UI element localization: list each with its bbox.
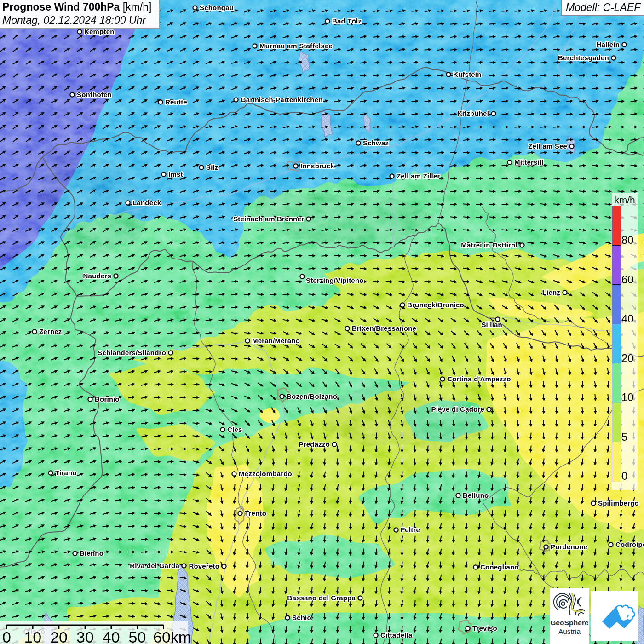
svg-text:Conegliano: Conegliano xyxy=(480,563,519,571)
svg-text:Schio: Schio xyxy=(292,614,311,621)
svg-text:Bassano del Grappa: Bassano del Grappa xyxy=(287,594,356,602)
svg-text:Belluno: Belluno xyxy=(463,491,489,499)
svg-text:0: 0 xyxy=(2,628,11,644)
svg-text:Garmisch-Partenkirchen: Garmisch-Partenkirchen xyxy=(241,96,323,104)
svg-text:Zell am Ziller: Zell am Ziller xyxy=(397,172,440,180)
svg-text:Kitzbühel: Kitzbühel xyxy=(457,109,489,117)
svg-text:Cittadella: Cittadella xyxy=(380,631,413,639)
svg-text:Meran/Merano: Meran/Merano xyxy=(252,337,300,345)
svg-text:Cles: Cles xyxy=(227,426,242,433)
svg-text:Berchtesgaden: Berchtesgaden xyxy=(558,54,609,62)
svg-text:Predazzo: Predazzo xyxy=(299,440,330,448)
svg-text:Rovereto: Rovereto xyxy=(189,562,219,570)
svg-text:Landeck: Landeck xyxy=(132,199,161,207)
svg-text:Sonthofen: Sonthofen xyxy=(77,91,112,98)
svg-text:Codroipo: Codroipo xyxy=(615,540,644,548)
svg-text:Murnau am Staffelsee: Murnau am Staffelsee xyxy=(259,42,333,50)
svg-text:Trento: Trento xyxy=(245,509,266,517)
svg-text:40: 40 xyxy=(103,628,120,644)
svg-text:Zernez: Zernez xyxy=(39,328,62,335)
svg-text:Bienno: Bienno xyxy=(80,549,104,557)
svg-text:Mezzolombardo: Mezzolombardo xyxy=(239,470,292,477)
svg-text:Innsbruck: Innsbruck xyxy=(300,162,334,170)
svg-text:Bormio: Bormio xyxy=(95,395,120,403)
svg-text:Schlanders/Silandro: Schlanders/Silandro xyxy=(98,349,166,356)
svg-text:30: 30 xyxy=(76,628,94,644)
svg-text:Sillian: Sillian xyxy=(481,321,502,328)
svg-text:Bozen/Bolzano: Bozen/Bolzano xyxy=(287,392,337,400)
svg-text:Pieve di Cadore: Pieve di Cadore xyxy=(431,405,484,413)
svg-text:Feltre: Feltre xyxy=(401,526,420,534)
svg-text:Steinach am Brenner: Steinach am Brenner xyxy=(233,215,304,223)
svg-text:Cortina d'Ampezzo: Cortina d'Ampezzo xyxy=(447,375,511,383)
svg-text:Mittersill: Mittersill xyxy=(514,158,544,166)
svg-text:Kempten: Kempten xyxy=(84,28,115,35)
svg-text:Riva del Garda: Riva del Garda xyxy=(130,562,179,569)
svg-text:Pordenone: Pordenone xyxy=(551,543,587,551)
svg-text:Zell am See: Zell am See xyxy=(528,142,567,150)
svg-text:Tirano: Tirano xyxy=(55,469,77,477)
svg-text:Matrei in Osttirol: Matrei in Osttirol xyxy=(461,241,518,249)
svg-text:20: 20 xyxy=(50,628,68,644)
svg-text:Hallein: Hallein xyxy=(596,40,620,48)
svg-text:Schongau: Schongau xyxy=(200,4,234,12)
svg-text:Sterzing/Vipiteno: Sterzing/Vipiteno xyxy=(306,276,364,284)
svg-text:Spilimbergo: Spilimbergo xyxy=(598,499,639,507)
svg-text:Treviso: Treviso xyxy=(472,624,497,632)
svg-text:10: 10 xyxy=(24,628,41,644)
svg-text:Bad Tölz: Bad Tölz xyxy=(332,17,362,25)
svg-text:Silz: Silz xyxy=(206,163,218,171)
svg-text:Nauders: Nauders xyxy=(83,272,111,280)
svg-text:Schwaz: Schwaz xyxy=(363,139,389,147)
svg-text:50: 50 xyxy=(129,628,146,644)
svg-text:Kufstein: Kufstein xyxy=(453,70,482,78)
svg-text:Bruneck/Brunico: Bruneck/Brunico xyxy=(407,301,464,309)
svg-text:Brixen/Bressanone: Brixen/Bressanone xyxy=(352,324,416,332)
svg-text:Reutte: Reutte xyxy=(165,98,187,106)
svg-text:Imst: Imst xyxy=(168,170,183,178)
svg-text:Lienz: Lienz xyxy=(542,288,560,296)
svg-text:60km: 60km xyxy=(153,628,191,644)
